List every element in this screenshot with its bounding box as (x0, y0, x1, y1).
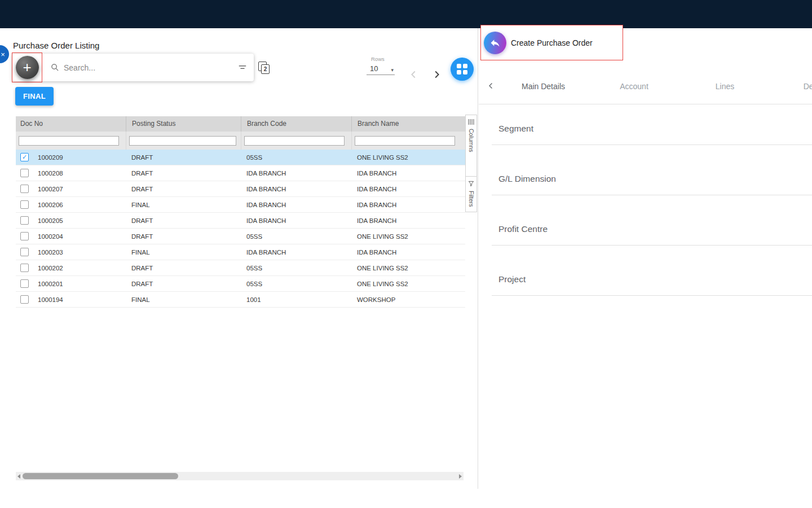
doc-no-text: 1000204 (38, 233, 63, 240)
tab-account[interactable]: Account (589, 78, 679, 95)
cell-branch-code: 05SS (241, 233, 351, 240)
cell-doc-no: 1000206 (16, 197, 126, 212)
close-icon: × (1, 50, 5, 59)
cell-branch-name: IDA BRANCH (351, 249, 465, 256)
doc-no-text: 1000208 (38, 170, 63, 177)
purchase-order-listing-panel: × Purchase Order Listing + 2 Rows 10 ▾ (0, 28, 478, 489)
detail-title: Create Purchase Order (511, 38, 593, 47)
tab-lines[interactable]: Lines (679, 78, 770, 95)
doc-no-text: 1000194 (38, 296, 63, 303)
cell-doc-no: 1000204 (16, 229, 126, 244)
filter-cell (351, 132, 465, 150)
table-row-1000206[interactable]: 1000206 FINAL IDA BRANCH IDA BRANCH (16, 197, 465, 213)
prev-page-button[interactable] (407, 68, 421, 81)
cell-branch-name: IDA BRANCH (351, 217, 465, 224)
scrollbar-thumb[interactable] (23, 473, 178, 479)
row-checkbox[interactable] (20, 264, 29, 272)
cell-branch-name: WORKSHOP (351, 296, 465, 303)
row-checkbox[interactable]: ✓ (20, 153, 29, 161)
back-arrow-icon (489, 37, 501, 49)
row-checkbox[interactable] (20, 232, 29, 240)
tab-deliver[interactable]: Deliver (770, 78, 812, 95)
horizontal-scrollbar[interactable] (16, 472, 464, 480)
table-row-1000201[interactable]: 1000201 DRAFT 05SS ONE LIVING SS2 (16, 276, 465, 292)
filter-icon[interactable] (238, 64, 247, 71)
filter-input-branch-code[interactable] (244, 136, 345, 146)
cell-branch-name: ONE LIVING SS2 (351, 281, 465, 287)
table-row-1000209[interactable]: ✓ 1000209 DRAFT 05SS ONE LIVING SS2 (16, 150, 465, 165)
cell-branch-code: IDA BRANCH (241, 186, 351, 192)
cell-posting-status: DRAFT (126, 217, 241, 224)
table-row-1000204[interactable]: 1000204 DRAFT 05SS ONE LIVING SS2 (16, 229, 465, 244)
field-segment[interactable]: Segment (492, 113, 812, 145)
table-filter-row (16, 132, 465, 150)
cell-branch-code: IDA BRANCH (241, 249, 351, 256)
column-header-doc-no[interactable]: Doc No (16, 116, 126, 132)
doc-no-text: 1000209 (38, 154, 63, 161)
plus-icon: + (23, 60, 31, 75)
caret-down-icon: ▾ (391, 67, 394, 73)
table-row-1000207[interactable]: 1000207 DRAFT IDA BRANCH IDA BRANCH (16, 181, 465, 197)
row-checkbox[interactable] (20, 216, 29, 225)
table-body: ✓ 1000209 DRAFT 05SS ONE LIVING SS2 1000… (16, 150, 465, 308)
table-row-1000202[interactable]: 1000202 DRAFT 05SS ONE LIVING SS2 (16, 260, 465, 276)
edge-close-button[interactable]: × (0, 45, 9, 63)
filter-input-doc-no[interactable] (19, 136, 119, 146)
search-bar (12, 54, 254, 81)
table-header-row: Doc NoPosting StatusBranch CodeBranch Na… (16, 116, 465, 132)
row-checkbox[interactable] (20, 169, 29, 177)
duplicate-button[interactable]: 2 (257, 60, 272, 76)
table-row-1000203[interactable]: 1000203 FINAL IDA BRANCH IDA BRANCH (16, 244, 465, 260)
doc-no-text: 1000201 (38, 281, 63, 287)
filter-input-posting-status[interactable] (129, 136, 236, 146)
search-icon (51, 63, 59, 72)
field-project[interactable]: Project (492, 264, 812, 296)
back-button[interactable] (484, 32, 506, 54)
final-filter-button[interactable]: FINAL (15, 87, 54, 106)
tab-main-details[interactable]: Main Details (498, 78, 589, 95)
cell-posting-status: DRAFT (126, 186, 241, 192)
filter-cell (126, 132, 241, 150)
search-input[interactable] (63, 63, 226, 73)
scroll-left-arrow[interactable] (17, 474, 20, 479)
cell-posting-status: DRAFT (126, 154, 241, 161)
next-page-button[interactable] (430, 68, 443, 81)
doc-no-text: 1000202 (38, 265, 63, 271)
field-g-l-dimension[interactable]: G/L Dimension (492, 163, 812, 195)
grid-icon (457, 64, 467, 75)
detail-fields: SegmentG/L DimensionProfit CentreProject (492, 113, 812, 314)
row-checkbox[interactable] (20, 248, 29, 256)
chevron-left-icon (486, 81, 496, 91)
filter-funnel-icon (468, 181, 474, 187)
cell-posting-status: FINAL (126, 249, 241, 256)
table-row-1000205[interactable]: 1000205 DRAFT IDA BRANCH IDA BRANCH (16, 213, 465, 229)
cell-doc-no: 1000205 (16, 213, 126, 228)
table-row-1000208[interactable]: 1000208 DRAFT IDA BRANCH IDA BRANCH (16, 165, 465, 181)
filter-input-branch-name[interactable] (355, 136, 455, 146)
cell-branch-name: ONE LIVING SS2 (351, 233, 465, 240)
column-header-posting-status[interactable]: Posting Status (126, 116, 241, 132)
field-profit-centre[interactable]: Profit Centre (492, 213, 812, 246)
table-row-1000194[interactable]: 1000194 FINAL 1001 WORKSHOP (16, 292, 465, 308)
cell-branch-code: IDA BRANCH (241, 170, 351, 177)
column-header-branch-code[interactable]: Branch Code (241, 116, 351, 132)
top-navbar (0, 0, 812, 28)
cell-posting-status: FINAL (126, 296, 241, 303)
apps-grid-button[interactable] (451, 58, 474, 81)
add-purchase-order-button[interactable]: + (16, 56, 39, 79)
filters-tab[interactable]: Filters (465, 176, 477, 212)
add-button-highlight: + (12, 52, 42, 82)
row-checkbox[interactable] (20, 295, 29, 304)
row-checkbox[interactable] (20, 200, 29, 209)
rows-per-page-select[interactable]: Rows 10 ▾ (367, 56, 398, 75)
tabs-scroll-left-button[interactable] (486, 81, 496, 91)
scroll-right-arrow[interactable] (459, 474, 462, 479)
doc-no-text: 1000206 (38, 202, 63, 208)
columns-tab[interactable]: Columns (465, 115, 477, 177)
row-checkbox[interactable] (20, 185, 29, 193)
column-header-branch-name[interactable]: Branch Name (351, 116, 465, 132)
cell-branch-name: IDA BRANCH (351, 170, 465, 177)
rows-label: Rows (371, 56, 398, 62)
row-checkbox[interactable] (20, 279, 29, 288)
cell-doc-no: 1000201 (16, 276, 126, 291)
